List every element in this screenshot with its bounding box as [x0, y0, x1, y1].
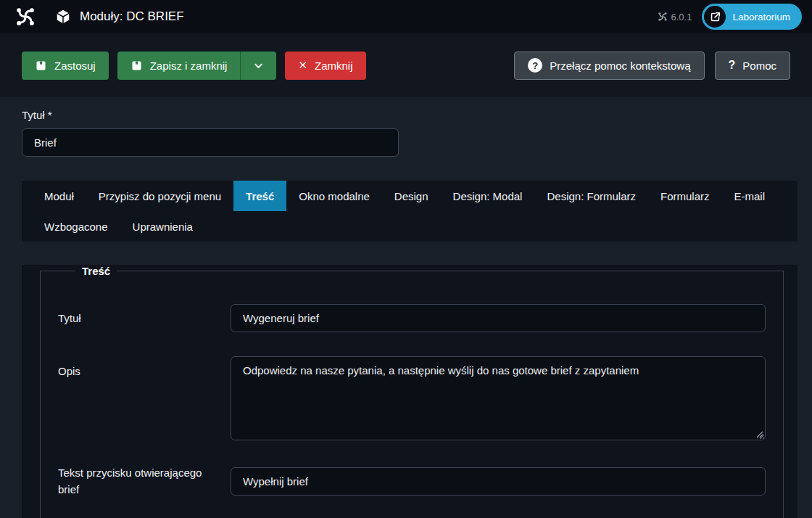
save-close-button[interactable]: Zapisz i zamknij: [117, 52, 241, 80]
opis-textarea[interactable]: Odpowiedz na nasze pytania, a następnie …: [231, 356, 766, 440]
page-title: Moduły: DC BRIEF: [80, 9, 184, 24]
laboratorium-label: Laboratorium: [732, 12, 790, 22]
save-icon: [130, 59, 143, 72]
toggle-inline-help-button[interactable]: ? Przełącz pomoc kontekstową: [514, 52, 704, 80]
top-header-bar: Moduły: DC BRIEF 6.0.1 Labor: [0, 0, 812, 33]
save-close-label: Zapisz i zamknij: [150, 59, 228, 72]
help-label: Pomoc: [742, 59, 776, 72]
version-indicator: 6.0.1: [658, 12, 692, 22]
main-content: Tytuł * Moduł Przypisz do pozycji menu T…: [0, 97, 812, 518]
header-right-group: 6.0.1 Laboratorium: [658, 4, 802, 30]
tytul-input[interactable]: [231, 304, 766, 332]
module-title-label: Tytuł *: [22, 109, 52, 121]
tytul-label: Tytuł: [58, 310, 231, 326]
help-button[interactable]: ? Pomoc: [715, 52, 790, 80]
external-link-icon: [704, 6, 726, 28]
help-circle-icon: ?: [528, 58, 542, 73]
module-title-input[interactable]: [22, 128, 399, 157]
tab-wzbogacone[interactable]: Wzbogacone: [32, 211, 120, 242]
tresc-fieldset: Treść Tytuł Opis Odpowiedz na nasze pyta…: [40, 265, 784, 518]
field-row-opis: Opis Odpowiedz na nasze pytania, a nastę…: [58, 356, 766, 440]
close-label: Zamknij: [315, 59, 353, 72]
question-mark-icon: ?: [729, 59, 736, 72]
action-toolbar: Zastosuj Zapisz i zamknij ✕ Zamknij ? Pr…: [0, 33, 812, 97]
tekst-przycisku-input[interactable]: [231, 467, 766, 496]
joomla-logo-icon[interactable]: [14, 6, 36, 28]
joomla-version-icon: [658, 12, 668, 22]
tab-tresc[interactable]: Treść: [233, 181, 286, 211]
tab-bar: Moduł Przypisz do pozycji menu Treść Okn…: [22, 181, 798, 242]
field-row-tekst-przycisku: Tekst przycisku otwierającego brief: [58, 464, 766, 498]
tab-design-modal[interactable]: Design: Modal: [441, 181, 535, 211]
tab-email[interactable]: E-mail: [722, 181, 778, 211]
help-button-group: ? Przełącz pomoc kontekstową ? Pomoc: [514, 52, 790, 80]
tab-formularz[interactable]: Formularz: [648, 181, 722, 211]
version-text: 6.0.1: [671, 12, 692, 22]
opis-label: Opis: [58, 356, 231, 440]
toggle-help-label: Przełącz pomoc kontekstową: [550, 59, 690, 72]
save-options-dropdown-toggle[interactable]: [240, 52, 276, 80]
save-close-split-button: Zapisz i zamknij: [117, 52, 277, 80]
chevron-down-icon: [252, 59, 265, 72]
tab-okno-modalne[interactable]: Okno modalne: [286, 181, 382, 211]
tab-panel-tresc: Treść Tytuł Opis Odpowiedz na nasze pyta…: [22, 265, 798, 518]
module-cube-icon: [55, 9, 71, 25]
close-button[interactable]: ✕ Zamknij: [285, 52, 365, 80]
tab-przypisz-do-pozycji-menu[interactable]: Przypisz do pozycji menu: [86, 181, 233, 211]
close-icon: ✕: [298, 59, 307, 72]
tab-uprawnienia[interactable]: Uprawnienia: [120, 211, 205, 242]
tab-design[interactable]: Design: [382, 181, 441, 211]
fieldset-legend: Treść: [75, 265, 117, 277]
tab-design-formularz[interactable]: Design: Formularz: [534, 181, 648, 211]
tekst-przycisku-label: Tekst przycisku otwierającego brief: [58, 464, 231, 498]
apply-button[interactable]: Zastosuj: [22, 52, 109, 80]
laboratorium-button[interactable]: Laboratorium: [702, 4, 802, 30]
save-icon: [35, 59, 47, 72]
apply-label: Zastosuj: [54, 59, 96, 72]
tab-modul[interactable]: Moduł: [32, 181, 86, 211]
field-row-tytul: Tytuł: [58, 304, 766, 332]
